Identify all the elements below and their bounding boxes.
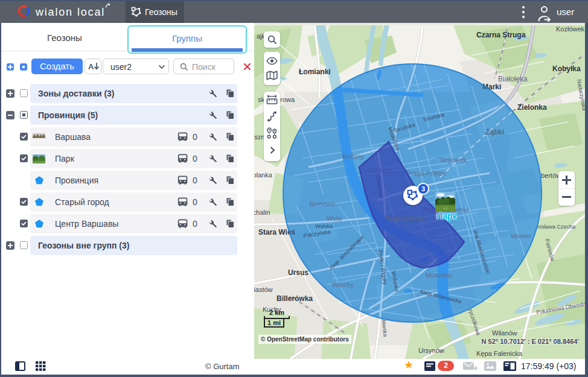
svg-text:Ursynów: Ursynów (418, 347, 444, 354)
svg-text:Łomianki: Łomianki (299, 68, 331, 76)
svg-text:Ząbki: Ząbki (485, 127, 504, 136)
svg-text:Mokotów: Mokotów (426, 271, 452, 279)
svg-text:Czarna Struga: Czarna Struga (476, 31, 526, 39)
svg-text:Praga-Północ: Praga-Północ (406, 169, 447, 177)
svg-text:Targówek: Targówek (438, 156, 467, 163)
svg-text:Wola: Wola (327, 215, 342, 222)
svg-text:Kozłówek: Kozłówek (556, 25, 585, 33)
svg-text:Ursus: Ursus (288, 268, 308, 277)
svg-text:Wilanów: Wilanów (492, 329, 517, 337)
svg-text:Kępa Falenicka: Kępa Falenicka (476, 350, 523, 357)
svg-text:Billerówka: Billerówka (276, 294, 313, 303)
svg-text:Białołęka: Białołęka (498, 75, 528, 83)
svg-text:Bielany: Bielany (342, 153, 365, 160)
svg-text:Michalin: Michalin (254, 209, 270, 216)
svg-text:Polanka: Polanka (254, 171, 273, 179)
svg-text:Piastów: Piastów (254, 286, 273, 293)
svg-text:Włochy: Włochy (332, 281, 354, 288)
svg-text:Wawer: Wawer (511, 232, 531, 239)
svg-text:Bemowo: Bemowo (309, 200, 335, 208)
svg-text:Warszawa: Warszawa (385, 214, 426, 223)
svg-text:Zielonka: Zielonka (517, 103, 547, 112)
svg-text:Wolska: Wolska (315, 223, 333, 229)
svg-text:Kobyłka: Kobyłka (552, 65, 581, 73)
